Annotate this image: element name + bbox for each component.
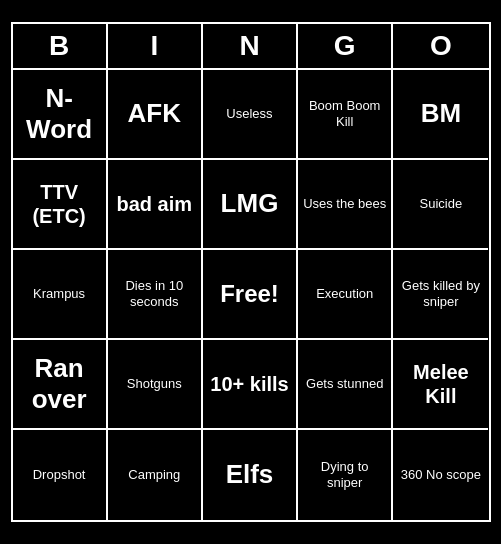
- header-letter: I: [108, 24, 203, 68]
- bingo-cell: AFK: [108, 70, 203, 160]
- bingo-cell: Boom Boom Kill: [298, 70, 393, 160]
- bingo-cell: Dying to sniper: [298, 430, 393, 520]
- bingo-cell: Melee Kill: [393, 340, 488, 430]
- bingo-cell: Dropshot: [13, 430, 108, 520]
- header-letter: B: [13, 24, 108, 68]
- bingo-cell: Gets stunned: [298, 340, 393, 430]
- header-letter: G: [298, 24, 393, 68]
- bingo-cell: Camping: [108, 430, 203, 520]
- bingo-cell: 10+ kills: [203, 340, 298, 430]
- bingo-cell: Shotguns: [108, 340, 203, 430]
- bingo-cell: 360 No scope: [393, 430, 488, 520]
- bingo-cell: Gets killed by sniper: [393, 250, 488, 340]
- bingo-cell: bad aim: [108, 160, 203, 250]
- bingo-cell: TTV (ETC): [13, 160, 108, 250]
- bingo-cell: Elfs: [203, 430, 298, 520]
- bingo-card: BINGO N-WordAFKUselessBoom Boom KillBMTT…: [11, 22, 491, 522]
- bingo-cell: Useless: [203, 70, 298, 160]
- bingo-cell: N-Word: [13, 70, 108, 160]
- bingo-header: BINGO: [13, 24, 489, 70]
- bingo-cell: Dies in 10 seconds: [108, 250, 203, 340]
- bingo-cell: LMG: [203, 160, 298, 250]
- bingo-cell: Uses the bees: [298, 160, 393, 250]
- bingo-cell: Krampus: [13, 250, 108, 340]
- header-letter: N: [203, 24, 298, 68]
- bingo-cell: Ran over: [13, 340, 108, 430]
- bingo-cell: Execution: [298, 250, 393, 340]
- bingo-grid: N-WordAFKUselessBoom Boom KillBMTTV (ETC…: [13, 70, 489, 520]
- bingo-cell: BM: [393, 70, 488, 160]
- bingo-cell: Suicide: [393, 160, 488, 250]
- bingo-cell: Free!: [203, 250, 298, 340]
- header-letter: O: [393, 24, 488, 68]
